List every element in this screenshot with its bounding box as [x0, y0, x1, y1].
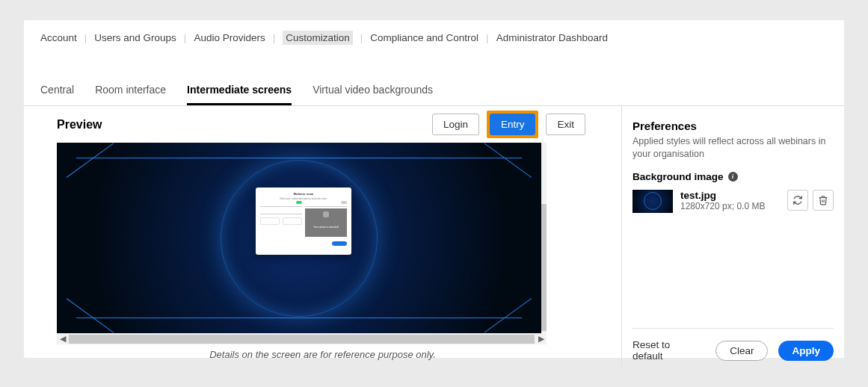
- refresh-button[interactable]: [787, 190, 808, 211]
- nav-account[interactable]: Account: [40, 31, 77, 45]
- preferences-desc: Applied styles will reflect across all w…: [632, 135, 834, 161]
- entry-button[interactable]: Entry: [490, 114, 536, 135]
- preview-header: Preview Login Entry Exit: [57, 111, 588, 138]
- scroll-right-icon[interactable]: ▶: [535, 333, 547, 344]
- nav-users-groups[interactable]: Users and Groups: [94, 31, 176, 45]
- entry-modal: Webinar room Select your audio/video opt…: [256, 188, 351, 255]
- login-button[interactable]: Login: [432, 114, 479, 135]
- file-meta: 1280x720 px; 0.0 MB: [680, 201, 780, 211]
- top-nav: Account | Users and Groups | Audio Provi…: [24, 20, 844, 55]
- apply-button[interactable]: Apply: [778, 341, 834, 361]
- refresh-icon: [792, 195, 803, 205]
- tab-intermediate-screens[interactable]: Intermediate screens: [187, 84, 292, 105]
- bg-image-text: Background image: [632, 171, 724, 182]
- nav-divider: |: [184, 32, 187, 43]
- modal-title: Webinar room: [260, 192, 347, 196]
- nav-divider: |: [273, 32, 276, 43]
- nav-admin-dashboard[interactable]: Administrator Dashboard: [496, 31, 608, 45]
- exit-button[interactable]: Exit: [546, 114, 585, 135]
- nav-divider: |: [84, 32, 87, 43]
- file-row: test.jpg 1280x720 px; 0.0 MB: [632, 190, 834, 213]
- file-info: test.jpg 1280x720 px; 0.0 MB: [680, 190, 780, 211]
- file-name: test.jpg: [680, 190, 780, 201]
- tab-virtual-backgrounds[interactable]: Virtual video backgrounds: [313, 84, 433, 105]
- reference-note: Details on the screen are for reference …: [57, 349, 588, 360]
- reset-to-default[interactable]: Reset to default: [632, 339, 695, 362]
- trash-icon: [818, 195, 828, 205]
- preview-title: Preview: [57, 118, 102, 131]
- nav-customization[interactable]: Customization: [283, 31, 353, 45]
- delete-button[interactable]: [813, 190, 834, 211]
- right-column: Preferences Applied styles will reflect …: [622, 106, 844, 369]
- footer-row: Reset to default Clear Apply: [632, 328, 834, 362]
- preview-box: Webinar room Select your audio/video opt…: [57, 143, 588, 369]
- app-frame: Account | Users and Groups | Audio Provi…: [24, 20, 844, 358]
- tab-central[interactable]: Central: [40, 84, 74, 105]
- modal-subtitle: Select your audio/video options and ente…: [260, 197, 347, 200]
- info-icon[interactable]: i: [728, 172, 738, 182]
- preferences-title: Preferences: [632, 120, 834, 132]
- background-image-label: Background image i: [632, 171, 834, 182]
- nav-divider: |: [360, 32, 363, 43]
- vertical-scrollbar[interactable]: [541, 143, 547, 333]
- nav-compliance[interactable]: Compliance and Control: [370, 31, 478, 45]
- content: Preview Login Entry Exit: [24, 106, 844, 369]
- nav-audio-providers[interactable]: Audio Providers: [194, 31, 265, 45]
- file-thumbnail: [632, 190, 673, 213]
- sub-nav: Central Room interface Intermediate scre…: [24, 55, 844, 106]
- nav-divider: |: [486, 32, 489, 43]
- left-column: Preview Login Entry Exit: [24, 106, 621, 369]
- scroll-left-icon[interactable]: ◀: [57, 333, 68, 344]
- horizontal-scrollbar[interactable]: ◀ ▶: [57, 333, 547, 344]
- clear-button[interactable]: Clear: [715, 341, 768, 361]
- screen-switcher: Login Entry Exit: [429, 111, 588, 138]
- preview-image: Webinar room Select your audio/video opt…: [57, 143, 541, 333]
- tab-room-interface[interactable]: Room interface: [95, 84, 166, 105]
